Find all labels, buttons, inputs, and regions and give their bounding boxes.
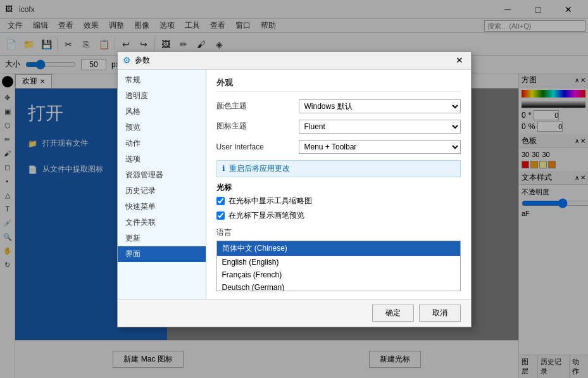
- modal-info-box: ℹ 重启后将应用更改: [216, 160, 461, 177]
- icon-theme-label: 图标主题: [216, 121, 299, 132]
- modal-sidebar-action[interactable]: 动作: [118, 135, 206, 151]
- modal-sidebar-history[interactable]: 历史记录: [118, 183, 206, 199]
- icon-theme-select[interactable]: Fluent Classic Modern: [299, 120, 461, 134]
- lang-item-3[interactable]: Deutsch (German): [217, 281, 460, 291]
- modal-sidebar-resources[interactable]: 资源管理器: [118, 167, 206, 183]
- modal-icon: ⚙: [123, 55, 131, 65]
- modal-sidebar-style[interactable]: 风格: [118, 104, 206, 120]
- lang-section-title: 语言: [216, 227, 461, 238]
- cursor-check-1-row: 在光标中显示工具缩略图: [216, 196, 461, 206]
- info-icon: ℹ: [222, 164, 225, 173]
- ui-select[interactable]: Menu + Toolbar Menu Only Toolbar Only: [299, 140, 461, 154]
- modal-sidebar-transparency[interactable]: 透明度: [118, 88, 206, 104]
- cursor-check-1-label: 在光标中显示工具缩略图: [228, 196, 312, 206]
- modal-overlay: ⚙ 参数 ✕ 常规 透明度 风格 预览 动作 选项 资源管理器 历史记录 快速菜…: [0, 0, 588, 378]
- modal-sidebar-quickmenu[interactable]: 快速菜单: [118, 199, 206, 215]
- modal-dialog: ⚙ 参数 ✕ 常规 透明度 风格 预览 动作 选项 资源管理器 历史记录 快速菜…: [117, 51, 472, 327]
- modal-section-title: 外观: [216, 77, 461, 92]
- modal-sidebar-update[interactable]: 更新: [118, 230, 206, 246]
- modal-title: 参数: [135, 55, 453, 66]
- info-text: 重启后将应用更改: [229, 163, 290, 174]
- modal-title-bar: ⚙ 参数 ✕: [118, 52, 471, 70]
- lang-item-0[interactable]: 简体中文 (Chinese): [217, 241, 460, 256]
- icon-theme-row: 图标主题 Fluent Classic Modern: [216, 120, 461, 134]
- cursor-check-1[interactable]: [216, 197, 225, 205]
- modal-body: 常规 透明度 风格 预览 动作 选项 资源管理器 历史记录 快速菜单 文件关联 …: [118, 70, 471, 299]
- lang-item-2[interactable]: Français (French): [217, 268, 460, 281]
- modal-sidebar: 常规 透明度 风格 预览 动作 选项 资源管理器 历史记录 快速菜单 文件关联 …: [118, 70, 206, 299]
- modal-content: 外观 颜色主题 Windows 默认 Dark Light 图标主题: [206, 70, 471, 299]
- cursor-check-2-label: 在光标下显示画笔预览: [228, 210, 304, 221]
- color-theme-row: 颜色主题 Windows 默认 Dark Light: [216, 99, 461, 113]
- cursor-section-title: 光标: [216, 182, 461, 193]
- ui-row: User Interface Menu + Toolbar Menu Only …: [216, 140, 461, 154]
- modal-sidebar-options[interactable]: 选项: [118, 151, 206, 167]
- modal-sidebar-fileassoc[interactable]: 文件关联: [118, 215, 206, 230]
- cursor-check-2[interactable]: [216, 211, 225, 220]
- app-frame: 🖼 icofx ─ □ ✕ 文件 编辑 查看 效果 调整 图像 选项 工具 查看…: [0, 0, 588, 378]
- ui-label: User Interface: [216, 142, 299, 151]
- lang-item-1[interactable]: English (English): [217, 256, 460, 268]
- modal-close-button[interactable]: ✕: [453, 54, 466, 66]
- modal-cancel-button[interactable]: 取消: [419, 305, 461, 322]
- modal-sidebar-preview[interactable]: 预览: [118, 120, 206, 135]
- color-theme-label: 颜色主题: [216, 101, 299, 111]
- lang-listbox[interactable]: 简体中文 (Chinese) English (English) Françai…: [216, 241, 461, 291]
- color-theme-select[interactable]: Windows 默认 Dark Light: [299, 99, 461, 113]
- modal-sidebar-interface[interactable]: 界面: [118, 246, 206, 262]
- cursor-check-2-row: 在光标下显示画笔预览: [216, 210, 461, 221]
- modal-sidebar-general[interactable]: 常规: [118, 72, 206, 88]
- modal-ok-button[interactable]: 确定: [372, 305, 414, 322]
- lang-section: 语言 简体中文 (Chinese) English (English) Fran…: [216, 227, 461, 291]
- modal-footer: 确定 取消: [118, 299, 471, 327]
